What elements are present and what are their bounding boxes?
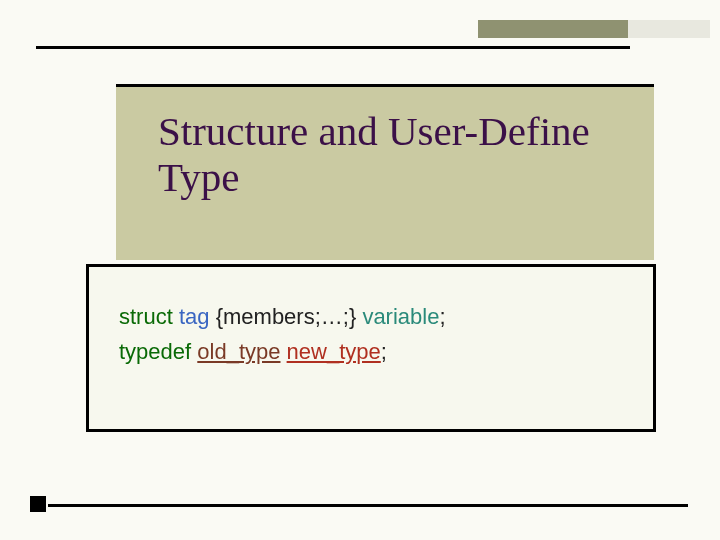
body-panel: struct tag {members;…;} variable; typede… [86,264,656,432]
semicolon: ; [381,339,387,364]
semicolon: ; [439,304,445,329]
keyword-struct: struct [119,304,173,329]
keyword-tag: tag [179,304,210,329]
keyword-newtype: new_type [287,339,381,364]
header-rule [36,46,630,49]
slide-title: Structure and User-Define Type [158,109,636,201]
keyword-typedef: typedef [119,339,191,364]
footer-rule [48,504,688,507]
keyword-oldtype: old_type [197,339,280,364]
syntax-line-struct: struct tag {members;…;} variable; [119,299,633,334]
header-accent-light [628,20,710,38]
syntax-line-typedef: typedef old_type new_type; [119,334,633,369]
header-accent-dark [478,20,628,38]
members-braces: {members;…;} [216,304,357,329]
footer-square [30,496,46,512]
keyword-variable: variable [362,304,439,329]
title-panel: Structure and User-Define Type [116,84,654,260]
